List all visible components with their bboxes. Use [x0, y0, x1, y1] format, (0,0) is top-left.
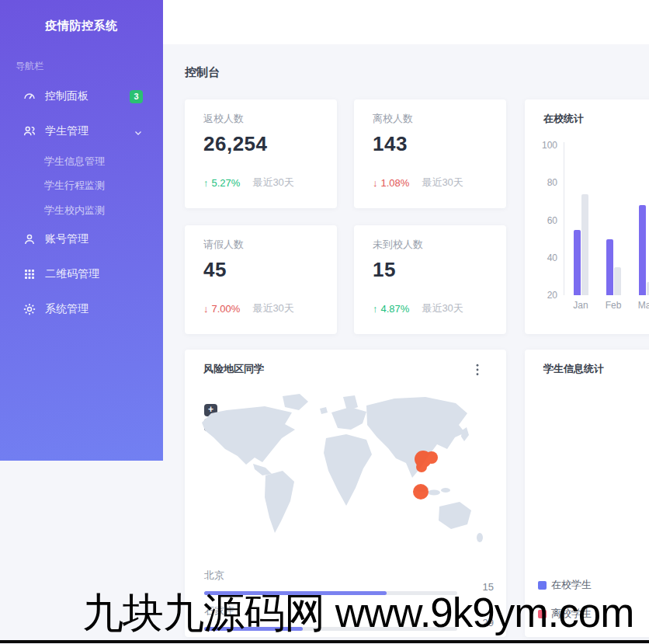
- app-title: 疫情防控系统: [0, 19, 163, 33]
- stat-period: 最近30天: [252, 176, 293, 190]
- y-axis-line: [564, 142, 564, 295]
- stat-value: 45: [203, 258, 227, 282]
- sidebar-subitem-student-campus[interactable]: 学生校内监测: [44, 204, 105, 218]
- bar-Jan-series-purple: [574, 230, 581, 295]
- stat-label: 请假人数: [203, 238, 244, 252]
- risk-marker-icon[interactable]: [413, 484, 429, 500]
- risk-marker-icon[interactable]: [416, 461, 427, 472]
- y-axis-tick: 60: [537, 215, 557, 226]
- qrcode-icon: [23, 267, 36, 281]
- nav-section-label: 导航栏: [16, 60, 43, 73]
- bar-Mar-series-purple: [639, 205, 646, 295]
- pie-card-title: 学生信息统计: [543, 362, 604, 376]
- arrow-up-icon: ↑: [373, 303, 378, 315]
- stat-card-returned: 返校人数 26,254 ↑ 5.27% 最近30天: [185, 99, 337, 208]
- world-map[interactable]: [191, 390, 502, 557]
- bar-Feb-series-purple: [606, 239, 613, 295]
- region-label: 北京: [204, 569, 224, 583]
- user-icon: [23, 232, 36, 246]
- stat-delta-percent: 7.00%: [212, 303, 241, 315]
- sidebar-item-system-management[interactable]: 系统管理: [0, 296, 163, 322]
- page-title: 控制台: [185, 65, 220, 80]
- stat-card-not-arrived: 未到校人数 15 ↑ 4.87% 最近30天: [354, 225, 506, 334]
- top-header-bar: [163, 0, 649, 44]
- arrow-down-icon: ↓: [373, 177, 378, 189]
- sidebar-subitem-student-info[interactable]: 学生信息管理: [44, 155, 105, 169]
- bar-Feb-series-gray: [614, 267, 621, 295]
- users-icon: [23, 124, 36, 138]
- stat-label: 离校人数: [373, 112, 413, 126]
- map-card-title: 风险地区同学: [203, 362, 264, 376]
- stat-label: 返校人数: [203, 112, 244, 126]
- notification-badge: 3: [130, 90, 143, 103]
- y-axis-tick: 40: [537, 252, 557, 263]
- stat-value: 26,254: [203, 132, 268, 156]
- chevron-down-icon: [134, 127, 143, 136]
- y-axis-tick: 80: [537, 177, 557, 188]
- sidebar-item-account-management[interactable]: 账号管理: [0, 226, 163, 252]
- gear-icon: [23, 302, 36, 316]
- more-options-icon[interactable]: [475, 364, 486, 376]
- sidebar-item-qrcode-management[interactable]: 二维码管理: [0, 261, 163, 287]
- bar-chart: 20406080100JanFebMar: [525, 99, 649, 334]
- dashboard-icon: [23, 89, 36, 103]
- sidebar-item-dashboard[interactable]: 控制面板 3: [0, 83, 163, 110]
- stat-delta-percent: 5.27%: [212, 177, 241, 189]
- sidebar-subitem-student-trip[interactable]: 学生行程监测: [44, 179, 105, 193]
- sidebar-item-label: 二维码管理: [45, 267, 99, 281]
- dashboard-screen: 疫情防控系统 导航栏 控制面板 3 学生管理: [0, 0, 649, 644]
- y-axis-tick: 100: [537, 140, 557, 151]
- sidebar-item-label: 控制面板: [45, 89, 88, 103]
- watermark-text: 九块九源码网 www.9k9ym.com: [82, 586, 633, 642]
- arrow-down-icon: ↓: [203, 303, 209, 315]
- stat-delta-percent: 4.87%: [381, 303, 410, 315]
- x-axis-tick: Mar: [630, 300, 649, 311]
- x-axis-tick: Jan: [564, 300, 597, 311]
- stat-value: 143: [373, 132, 408, 156]
- stat-card-left-school: 离校人数 143 ↓ 1.08% 最近30天: [354, 99, 506, 208]
- sidebar-item-student-management[interactable]: 学生管理: [0, 118, 163, 144]
- sidebar-item-label: 学生管理: [45, 124, 88, 138]
- stat-period: 最近30天: [252, 301, 293, 315]
- risk-marker-icon[interactable]: [425, 451, 438, 464]
- chart-card-in-school-stats: 在校统计 20406080100JanFebMar: [525, 99, 649, 334]
- sidebar: 疫情防控系统 导航栏 控制面板 3 学生管理: [0, 0, 163, 461]
- sidebar-item-label: 系统管理: [45, 302, 88, 316]
- x-axis-tick: Feb: [597, 300, 630, 311]
- stat-label: 未到校人数: [373, 238, 423, 252]
- stat-period: 最近30天: [422, 176, 463, 190]
- stat-value: 15: [373, 258, 396, 282]
- bar-Jan-series-gray: [581, 194, 588, 295]
- sidebar-item-label: 账号管理: [45, 232, 88, 246]
- stat-card-on-leave: 请假人数 45 ↓ 7.00% 最近30天: [185, 225, 337, 334]
- stat-delta-percent: 1.08%: [381, 177, 410, 189]
- stat-period: 最近30天: [422, 301, 463, 315]
- watermark-bottom-line: [0, 640, 649, 643]
- arrow-up-icon: ↑: [203, 177, 209, 189]
- y-axis-tick: 20: [537, 290, 557, 301]
